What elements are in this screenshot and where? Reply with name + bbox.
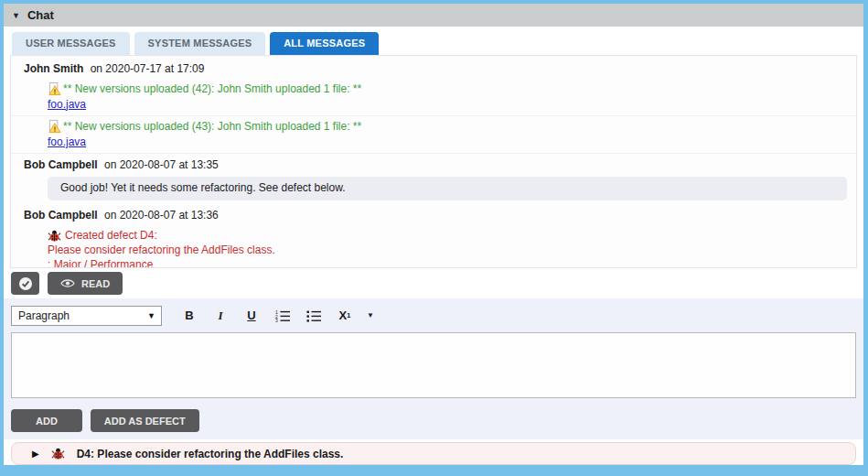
bullet-list-button[interactable] <box>303 306 325 326</box>
message-input[interactable] <box>11 332 856 398</box>
ordered-list-button[interactable]: 1 2 3 <box>272 306 294 326</box>
compose-buttons: ADD ADD AS DEFECT <box>11 409 856 432</box>
file-link[interactable]: foo.java <box>48 135 86 150</box>
new-version-warning-icon <box>48 82 61 96</box>
chat-panel: ▼ Chat USER MESSAGES SYSTEM MESSAGES ALL… <box>0 0 868 476</box>
defect-created-message: Created defect D4: Please consider refac… <box>11 225 856 268</box>
paragraph-style-select[interactable]: Paragraph ▼ <box>11 306 162 326</box>
file-link[interactable]: foo.java <box>48 98 86 113</box>
more-tools-button[interactable]: ▼ <box>359 306 381 326</box>
check-circle-icon <box>18 276 33 291</box>
read-button[interactable]: READ <box>48 272 123 295</box>
message-timestamp: on 2020-08-07 at 13:35 <box>104 158 219 171</box>
bold-button[interactable]: B <box>178 306 200 326</box>
tab-system-messages[interactable]: SYSTEM MESSAGES <box>134 32 266 55</box>
bullet-list-icon <box>306 309 322 322</box>
message-author-row: Bob Campbell on 2020-08-07 at 13:35 <box>11 153 856 175</box>
eye-icon <box>60 278 75 288</box>
defect-message-body: Please consider refactoring the AddFiles… <box>48 243 847 257</box>
author-name: Bob Campbell <box>24 209 98 222</box>
underline-button[interactable]: U <box>241 306 263 326</box>
mark-accepted-button[interactable] <box>11 272 39 295</box>
add-as-defect-button[interactable]: ADD AS DEFECT <box>91 409 199 432</box>
chat-panel-header: ▼ Chat <box>4 4 863 27</box>
message-timestamp: on 2020-07-17 at 17:09 <box>91 62 205 75</box>
expand-icon[interactable]: ▶ <box>32 449 39 459</box>
italic-button[interactable]: I <box>209 306 231 326</box>
defect-message-severity: : Major / Performance <box>48 257 847 268</box>
author-name: John Smith <box>24 62 83 75</box>
panel-title: Chat <box>27 8 54 22</box>
defect-summary-section: ▶ D4: Please consider refactoring the Ad… <box>4 439 863 465</box>
read-button-label: READ <box>81 278 110 289</box>
author-name: Bob Campbell <box>24 158 98 171</box>
message-tabs: USER MESSAGES SYSTEM MESSAGES ALL MESSAG… <box>4 27 863 55</box>
system-message: ** New versions uploaded (43): John Smit… <box>11 115 856 153</box>
bug-icon <box>48 229 61 243</box>
svg-text:3: 3 <box>275 318 278 322</box>
defect-message-title: Created defect D4: <box>65 228 157 243</box>
subscript-label: X <box>338 308 347 322</box>
subscript-sub-label: 1 <box>347 311 350 319</box>
user-message-bubble: Good job! Yet it needs some refactoring.… <box>48 177 847 200</box>
system-message-text: ** New versions uploaded (42): John Smit… <box>63 82 361 97</box>
select-caret-icon: ▼ <box>147 311 155 320</box>
defect-summary-row[interactable]: ▶ D4: Please consider refactoring the Ad… <box>11 442 856 465</box>
system-message: ** New versions uploaded (42): John Smit… <box>11 79 856 115</box>
collapse-icon[interactable]: ▼ <box>12 11 20 20</box>
ordered-list-icon: 1 2 3 <box>275 309 291 322</box>
tab-all-messages[interactable]: ALL MESSAGES <box>270 32 379 55</box>
new-version-warning-icon <box>48 120 61 134</box>
compose-editor: Paragraph ▼ B I U 1 2 3 <box>4 298 863 439</box>
defect-summary-text: D4: Please consider refactoring the AddF… <box>77 448 344 460</box>
subscript-button[interactable]: X1 <box>334 306 356 326</box>
bug-icon <box>51 447 65 460</box>
message-author-row: Bob Campbell on 2020-08-07 at 13:36 <box>11 204 856 225</box>
message-timestamp: on 2020-08-07 at 13:36 <box>104 209 219 222</box>
paragraph-style-value: Paragraph <box>18 309 70 322</box>
editor-toolbar: Paragraph ▼ B I U 1 2 3 <box>11 305 856 326</box>
tab-user-messages[interactable]: USER MESSAGES <box>12 32 130 55</box>
message-actions: READ <box>4 268 863 298</box>
messages-list: John Smith on 2020-07-17 at 17:09 ** New… <box>10 55 857 268</box>
message-author-row: John Smith on 2020-07-17 at 17:09 <box>11 58 856 79</box>
add-button[interactable]: ADD <box>11 409 82 432</box>
system-message-text: ** New versions uploaded (43): John Smit… <box>63 120 361 135</box>
